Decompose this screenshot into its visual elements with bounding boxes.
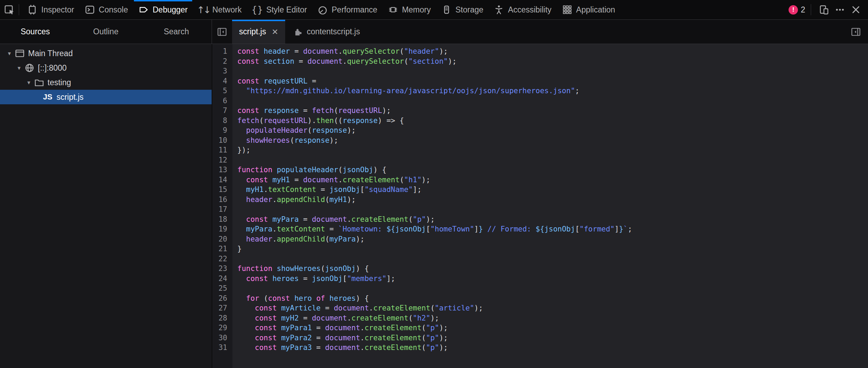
panel-toggle-left-icon	[217, 27, 227, 37]
line-number[interactable]: 29	[212, 323, 232, 333]
line-number[interactable]: 17	[212, 204, 232, 214]
code-line-28[interactable]: const myH2 = document.createElement("h2"…	[237, 313, 868, 323]
code-line-12[interactable]	[237, 155, 868, 165]
tab-memory[interactable]: Memory	[383, 0, 436, 19]
sidebar-tab-search[interactable]: Search	[141, 20, 212, 44]
collapse-sources-pane-button[interactable]	[212, 20, 232, 44]
tab-application[interactable]: Application	[557, 0, 621, 19]
line-number[interactable]: 19	[212, 224, 232, 234]
meatball-menu-button[interactable]	[832, 0, 848, 19]
code-line-13[interactable]: function populateHeader(jsonObj) {	[237, 165, 868, 175]
tree-item-main-thread[interactable]: ▾Main Thread	[0, 46, 212, 61]
code-line-27[interactable]: const myArticle = document.createElement…	[237, 303, 868, 313]
code-line-17[interactable]	[237, 204, 868, 214]
collapse-debugger-pane-button[interactable]	[844, 20, 868, 44]
tab-storage[interactable]: Storage	[436, 0, 489, 19]
line-number[interactable]: 2	[212, 56, 232, 67]
tree-item--8000[interactable]: ▾[::]:8000	[0, 61, 212, 75]
code-line-1[interactable]: const header = document.querySelector("h…	[237, 46, 868, 56]
error-count[interactable]: 2	[801, 5, 805, 15]
line-number[interactable]: 18	[212, 214, 232, 225]
code-line-3[interactable]	[237, 66, 868, 76]
code-line-29[interactable]: const myPara1 = document.createElement("…	[237, 323, 868, 333]
code-line-24[interactable]: const heroes = jsonObj["members"];	[237, 274, 868, 284]
tab-style-editor[interactable]: {}Style Editor	[247, 0, 312, 19]
pick-element-button[interactable]	[0, 0, 19, 19]
line-number[interactable]: 12	[212, 155, 232, 165]
code-line-19[interactable]: myPara.textContent = `Hometown: ${jsonOb…	[237, 224, 868, 234]
tree-item-testing[interactable]: ▾testing	[0, 75, 212, 90]
code-line-26[interactable]: for (const hero of heroes) {	[237, 293, 868, 304]
line-number[interactable]: 15	[212, 185, 232, 195]
line-number[interactable]: 11	[212, 145, 232, 155]
close-tab-icon[interactable]: ✕	[272, 27, 278, 36]
code-editor[interactable]: 1234567891011121314151617181920212223242…	[212, 44, 868, 368]
line-number[interactable]: 22	[212, 254, 232, 264]
tab-accessibility[interactable]: Accessibility	[488, 0, 556, 19]
tab-debugger[interactable]: Debugger	[133, 0, 193, 19]
code-line-7[interactable]: const response = fetch(requestURL);	[237, 106, 868, 116]
tab-label: Console	[99, 5, 128, 15]
code-line-16[interactable]: header.appendChild(myH1);	[237, 195, 868, 205]
line-number[interactable]: 16	[212, 195, 232, 205]
line-number[interactable]: 30	[212, 333, 232, 343]
tab-performance[interactable]: Performance	[312, 0, 383, 19]
code-line-18[interactable]: const myPara = document.createElement("p…	[237, 214, 868, 225]
code-line-25[interactable]	[237, 283, 868, 293]
source-code[interactable]: const header = document.querySelector("h…	[232, 44, 868, 368]
code-line-6[interactable]	[237, 96, 868, 106]
code-line-2[interactable]: const section = document.querySelector("…	[237, 56, 868, 67]
tree-item-script-js[interactable]: JSscript.js	[0, 90, 212, 104]
sidebar-tab-sources[interactable]: Sources	[0, 20, 70, 44]
line-number[interactable]: 5	[212, 86, 232, 96]
line-number[interactable]: 1	[212, 46, 232, 56]
line-number[interactable]: 3	[212, 66, 232, 76]
line-number[interactable]: 8	[212, 116, 232, 126]
line-number[interactable]: 14	[212, 175, 232, 185]
sidebar-tab-outline[interactable]: Outline	[70, 20, 141, 44]
expand-arrow-icon[interactable]: ▾	[15, 64, 24, 71]
line-number[interactable]: 9	[212, 125, 232, 135]
line-number[interactable]: 26	[212, 293, 232, 304]
code-line-14[interactable]: const myH1 = document.createElement("h1"…	[237, 175, 868, 185]
line-number[interactable]: 28	[212, 313, 232, 323]
close-devtools-button[interactable]	[848, 0, 864, 19]
code-line-4[interactable]: const requestURL =	[237, 76, 868, 86]
code-line-5[interactable]: "https://mdn.github.io/learning-area/jav…	[237, 86, 868, 96]
tab-inspector[interactable]: Inspector	[22, 0, 79, 19]
line-number[interactable]: 10	[212, 135, 232, 146]
line-number[interactable]: 7	[212, 106, 232, 116]
code-line-11[interactable]: });	[237, 145, 868, 155]
code-line-15[interactable]: myH1.textContent = jsonObj["squadName"];	[237, 185, 868, 195]
error-badge-icon[interactable]: !	[789, 5, 798, 15]
tab-console[interactable]: Console	[79, 0, 133, 19]
code-line-30[interactable]: const myPara2 = document.createElement("…	[237, 333, 868, 343]
editor-tab-script-js[interactable]: script.js✕	[232, 20, 285, 44]
code-line-20[interactable]: header.appendChild(myPara);	[237, 234, 868, 244]
expand-arrow-icon[interactable]: ▾	[24, 79, 33, 86]
expand-arrow-icon[interactable]: ▾	[5, 50, 14, 57]
code-line-8[interactable]: fetch(requestURL).then((response) => {	[237, 116, 868, 126]
line-number[interactable]: 6	[212, 96, 232, 106]
line-number[interactable]: 4	[212, 76, 232, 86]
line-number[interactable]: 25	[212, 283, 232, 293]
responsive-design-mode-button[interactable]	[816, 0, 832, 19]
tab-network[interactable]: ↑↓Network	[193, 0, 247, 19]
line-number[interactable]: 24	[212, 274, 232, 284]
code-token: "article"	[435, 304, 474, 312]
code-line-31[interactable]: const myPara3 = document.createElement("…	[237, 343, 868, 353]
line-number[interactable]: 20	[212, 234, 232, 244]
editor-tab-contentscript-js[interactable]: contentscript.js	[285, 20, 367, 44]
line-number[interactable]: 21	[212, 244, 232, 254]
code-line-21[interactable]: }	[237, 244, 868, 254]
line-number[interactable]: 13	[212, 165, 232, 175]
line-number[interactable]: 31	[212, 343, 232, 353]
code-line-22[interactable]	[237, 254, 868, 264]
line-number[interactable]: 23	[212, 264, 232, 274]
code-line-10[interactable]: showHeroes(response);	[237, 135, 868, 146]
code-token: `	[623, 225, 628, 233]
line-number[interactable]: 27	[212, 303, 232, 313]
code-line-23[interactable]: function showHeroes(jsonObj) {	[237, 264, 868, 274]
code-line-9[interactable]: populateHeader(response);	[237, 125, 868, 135]
line-number-gutter[interactable]: 1234567891011121314151617181920212223242…	[212, 44, 232, 368]
